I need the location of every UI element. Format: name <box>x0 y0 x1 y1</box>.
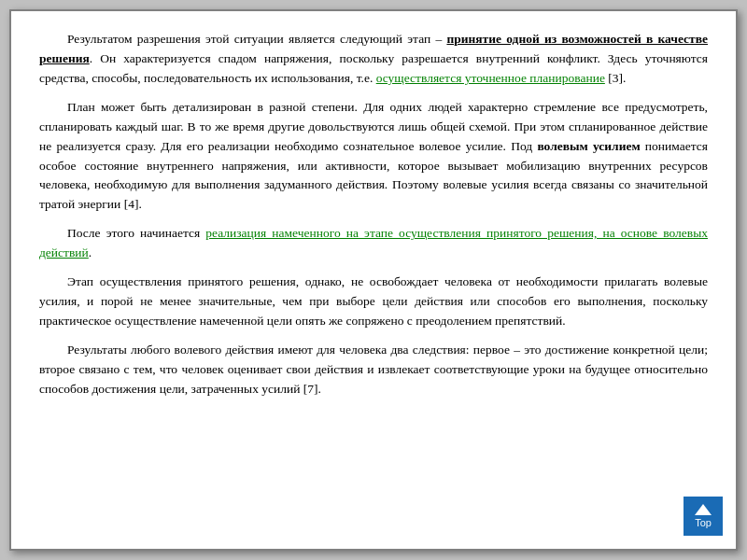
top-button[interactable]: Top <box>684 497 723 536</box>
top-label: Top <box>695 517 712 528</box>
paragraph5-text: Результаты любого волевого действия имею… <box>39 343 708 396</box>
content-area: Результатом разрешения этой ситуации явл… <box>11 11 736 549</box>
paragraph-2: План может быть детализирован в разной с… <box>39 98 708 216</box>
paragraph1-text: Результатом разрешения этой ситуации явл… <box>67 32 446 46</box>
paragraph3-pre: После этого начинается <box>67 226 205 240</box>
paragraph1-green: осуществляется уточненное планирование <box>376 71 605 85</box>
main-window: Результатом разрешения этой ситуации явл… <box>9 9 738 551</box>
paragraph4-text: Этап осуществления принятого решения, од… <box>39 274 708 328</box>
paragraph-5: Результаты любого волевого действия имею… <box>39 341 708 399</box>
paragraph-1: Результатом разрешения этой ситуации явл… <box>39 30 708 89</box>
top-arrow-icon <box>695 504 712 515</box>
paragraph-3: После этого начинается реализация намече… <box>39 224 708 263</box>
paragraph-4: Этап осуществления принятого решения, од… <box>39 273 708 331</box>
paragraph1-end: [3]. <box>605 71 627 85</box>
paragraph3-end: . <box>89 245 92 259</box>
paragraph2-bold: волевым усилием <box>537 139 640 153</box>
